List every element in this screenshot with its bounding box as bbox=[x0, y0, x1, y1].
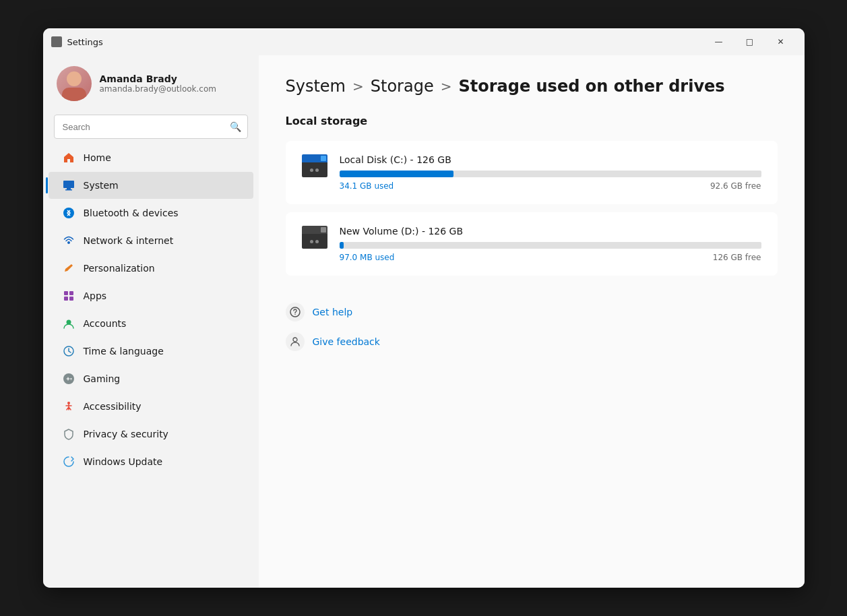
give-feedback-link[interactable]: Give feedback bbox=[286, 327, 778, 357]
avatar bbox=[57, 66, 92, 101]
user-info: Amanda Brady amanda.brady@outlook.com bbox=[100, 73, 216, 94]
app-icon bbox=[51, 36, 62, 47]
sidebar-item-network[interactable]: Network & internet bbox=[49, 227, 253, 254]
sidebar-item-time[interactable]: Time & language bbox=[49, 338, 253, 365]
sidebar-item-accounts[interactable]: Accounts bbox=[49, 310, 253, 337]
get-help-icon bbox=[286, 303, 305, 321]
drive-used-c: 34.1 GB used bbox=[340, 181, 394, 191]
give-feedback-label: Give feedback bbox=[313, 336, 380, 347]
breadcrumb-system[interactable]: System bbox=[286, 77, 346, 96]
sidebar-item-personalization[interactable]: Personalization bbox=[49, 255, 253, 282]
svg-rect-2 bbox=[65, 189, 72, 191]
sidebar-item-apps[interactable]: Apps bbox=[49, 282, 253, 309]
drive-card-c[interactable]: Local Disk (C:) - 126 GB 34.1 GB used 92… bbox=[286, 141, 778, 204]
svg-point-3 bbox=[63, 208, 74, 218]
help-section: Get help Give feedback bbox=[286, 297, 778, 357]
drive-info-d: New Volume (D:) - 126 GB 97.0 MB used 12… bbox=[340, 226, 761, 262]
svg-point-14 bbox=[293, 338, 297, 342]
drive-free-c: 92.6 GB free bbox=[710, 181, 761, 191]
svg-rect-5 bbox=[69, 291, 73, 295]
sidebar-item-system[interactable]: System bbox=[49, 172, 253, 199]
sidebar-item-home[interactable]: Home bbox=[49, 144, 253, 171]
drive-name-c: Local Disk (C:) - 126 GB bbox=[340, 154, 761, 165]
update-icon bbox=[62, 455, 75, 468]
bluetooth-icon bbox=[62, 206, 75, 220]
breadcrumb-storage[interactable]: Storage bbox=[371, 77, 434, 96]
privacy-icon bbox=[62, 427, 75, 441]
sidebar-item-system-label: System bbox=[84, 180, 119, 191]
sidebar-nav: Home System bbox=[43, 144, 259, 475]
breadcrumb-sep-2: > bbox=[441, 78, 452, 94]
get-help-label: Get help bbox=[313, 307, 353, 317]
apps-icon bbox=[62, 289, 75, 303]
sidebar-item-accessibility-label: Accessibility bbox=[84, 401, 142, 412]
breadcrumb: System > Storage > Storage used on other… bbox=[286, 77, 778, 96]
sidebar-item-gaming[interactable]: Gaming bbox=[49, 365, 253, 392]
user-name: Amanda Brady bbox=[100, 73, 216, 84]
sidebar-item-privacy-label: Privacy & security bbox=[84, 429, 168, 439]
get-help-link[interactable]: Get help bbox=[286, 297, 778, 327]
home-icon bbox=[62, 151, 75, 164]
sidebar-item-apps-label: Apps bbox=[84, 290, 107, 301]
svg-rect-6 bbox=[64, 297, 68, 301]
svg-rect-1 bbox=[67, 188, 71, 189]
sidebar-item-accessibility[interactable]: Accessibility bbox=[49, 393, 253, 420]
drive-used-d: 97.0 MB used bbox=[340, 253, 395, 262]
sidebar-item-network-label: Network & internet bbox=[84, 235, 174, 246]
time-icon bbox=[62, 344, 75, 358]
give-feedback-icon bbox=[286, 332, 305, 351]
svg-rect-4 bbox=[64, 291, 68, 295]
drive-fill-c bbox=[340, 171, 453, 177]
window-controls: — □ ✕ bbox=[703, 31, 796, 53]
sidebar: Amanda Brady amanda.brady@outlook.com 🔍 bbox=[43, 55, 259, 588]
personalization-icon bbox=[62, 261, 75, 275]
system-icon bbox=[62, 179, 75, 192]
titlebar: Settings — □ ✕ bbox=[43, 28, 805, 55]
drive-icon-c bbox=[302, 154, 329, 179]
main-content: System > Storage > Storage used on other… bbox=[259, 55, 805, 588]
gaming-icon bbox=[62, 372, 75, 386]
sidebar-item-update-label: Windows Update bbox=[84, 456, 163, 467]
drive-fill-d bbox=[340, 242, 344, 249]
window-content: Amanda Brady amanda.brady@outlook.com 🔍 bbox=[43, 55, 805, 588]
search-input[interactable] bbox=[54, 115, 248, 139]
section-title: Local storage bbox=[286, 115, 778, 127]
search-icon: 🔍 bbox=[230, 121, 241, 132]
accessibility-icon bbox=[62, 400, 75, 413]
drive-info-c: Local Disk (C:) - 126 GB 34.1 GB used 92… bbox=[340, 154, 761, 191]
breadcrumb-current: Storage used on other drives bbox=[458, 77, 724, 96]
drive-progress-c bbox=[340, 171, 761, 177]
search-box: 🔍 bbox=[54, 115, 248, 139]
drive-stats-c: 34.1 GB used 92.6 GB free bbox=[340, 181, 761, 191]
drive-card-d[interactable]: New Volume (D:) - 126 GB 97.0 MB used 12… bbox=[286, 212, 778, 276]
sidebar-item-bluetooth[interactable]: Bluetooth & devices bbox=[49, 199, 253, 226]
window-title: Settings bbox=[67, 37, 703, 47]
drive-free-d: 126 GB free bbox=[713, 253, 761, 262]
minimize-button[interactable]: — bbox=[703, 31, 734, 53]
close-button[interactable]: ✕ bbox=[765, 31, 796, 53]
breadcrumb-sep-1: > bbox=[352, 78, 364, 94]
sidebar-item-privacy[interactable]: Privacy & security bbox=[49, 421, 253, 448]
sidebar-item-accounts-label: Accounts bbox=[84, 318, 127, 329]
drive-progress-d bbox=[340, 242, 761, 249]
sidebar-item-update[interactable]: Windows Update bbox=[49, 448, 253, 475]
sidebar-item-bluetooth-label: Bluetooth & devices bbox=[84, 208, 179, 218]
svg-rect-7 bbox=[69, 297, 73, 301]
network-icon bbox=[62, 234, 75, 247]
accounts-icon bbox=[62, 317, 75, 330]
sidebar-item-gaming-label: Gaming bbox=[84, 373, 121, 384]
sidebar-item-personalization-label: Personalization bbox=[84, 263, 155, 274]
sidebar-item-home-label: Home bbox=[84, 152, 111, 163]
user-profile[interactable]: Amanda Brady amanda.brady@outlook.com bbox=[43, 55, 259, 115]
svg-rect-0 bbox=[63, 181, 74, 188]
sidebar-item-time-label: Time & language bbox=[84, 346, 164, 357]
maximize-button[interactable]: □ bbox=[734, 31, 765, 53]
drive-name-d: New Volume (D:) - 126 GB bbox=[340, 226, 761, 237]
settings-window: Settings — □ ✕ Amanda Brady amanda.brady… bbox=[43, 28, 805, 588]
svg-point-13 bbox=[294, 314, 295, 315]
drive-stats-d: 97.0 MB used 126 GB free bbox=[340, 253, 761, 262]
drive-icon-d bbox=[302, 226, 329, 250]
user-email: amanda.brady@outlook.com bbox=[100, 84, 216, 94]
